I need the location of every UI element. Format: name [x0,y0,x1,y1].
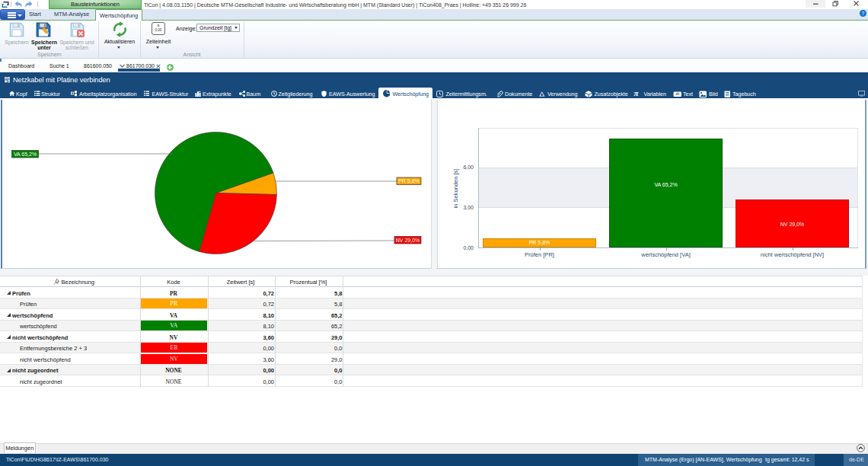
svg-text:ab: ab [675,92,680,96]
svg-text:NV 29,0%: NV 29,0% [396,238,420,243]
svg-text:VA 65,2%: VA 65,2% [14,152,37,157]
svg-text:PR 5,8%: PR 5,8% [398,178,420,184]
